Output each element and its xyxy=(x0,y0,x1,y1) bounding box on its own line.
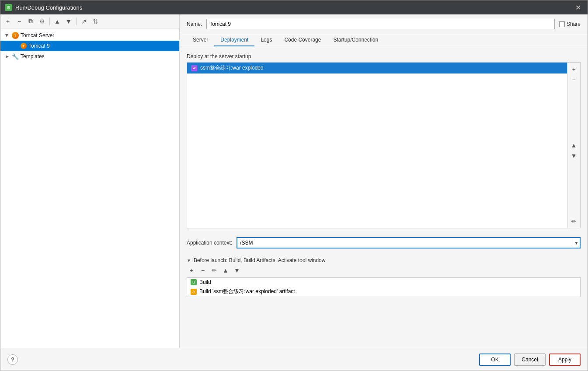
settings-config-button[interactable]: ⚙ xyxy=(37,17,47,26)
deploy-list: W ssm整合练习:war exploded xyxy=(187,63,567,228)
tree-label-tomcat-server: Tomcat Server xyxy=(21,32,54,38)
before-launch-section: ▼ Before launch: Build, Build Artifacts,… xyxy=(187,257,581,297)
deployment-tab-content: Deploy at the server startup W ssm整合练习:w… xyxy=(180,46,588,348)
config-tree: ▶ T Tomcat Server ▶ T Tomcat 9 ▶ 🔧 Templ… xyxy=(0,28,179,348)
before-launch-remove-button[interactable]: − xyxy=(198,266,208,275)
right-panel: Name: Share Server Deployment Logs Code … xyxy=(180,14,588,348)
title-bar-left: ⚙ Run/Debug Configurations xyxy=(5,4,82,11)
dialog-footer: ? OK Cancel Apply xyxy=(0,348,588,371)
tree-item-templates[interactable]: ▶ 🔧 Templates xyxy=(0,51,179,62)
tab-server[interactable]: Server xyxy=(187,34,214,46)
before-launch-edit-button[interactable]: ✏ xyxy=(209,266,219,275)
tree-group-tomcat-server[interactable]: ▶ T Tomcat Server xyxy=(0,30,179,41)
ok-button[interactable]: OK xyxy=(479,354,511,366)
cancel-button[interactable]: Cancel xyxy=(514,354,546,366)
deploy-list-side: + − ▲ ▼ ✏ xyxy=(567,63,580,228)
deploy-section-label: Deploy at the server startup xyxy=(187,53,581,60)
deploy-remove-button[interactable]: − xyxy=(569,75,579,84)
share-area: Share xyxy=(559,21,581,27)
deploy-add-button[interactable]: + xyxy=(569,64,579,74)
tabs-bar: Server Deployment Logs Code Coverage Sta… xyxy=(180,34,588,46)
tree-label-tomcat9: Tomcat 9 xyxy=(28,43,50,49)
toolbar-separator-1 xyxy=(49,18,50,25)
move-to-folder-button[interactable]: ↗ xyxy=(79,17,89,26)
before-launch-item-1[interactable]: A Build 'ssm整合练习:war exploded' artifact xyxy=(187,287,580,297)
remove-config-button[interactable]: − xyxy=(14,17,24,26)
dialog-body: + − ⧉ ⚙ ▲ ▼ ↗ ⇅ ▶ T Tomcat Server xyxy=(0,14,588,348)
war-icon: W xyxy=(191,65,197,71)
before-launch-list: B Build A Build 'ssm整合练习:war exploded' a… xyxy=(187,277,581,297)
before-launch-down-button[interactable]: ▼ xyxy=(232,266,242,275)
name-input[interactable] xyxy=(206,19,555,29)
before-launch-up-button[interactable]: ▲ xyxy=(221,266,230,275)
dialog-title: Run/Debug Configurations xyxy=(15,4,82,11)
tab-logs[interactable]: Logs xyxy=(254,34,278,46)
before-launch-chevron[interactable]: ▼ xyxy=(187,258,191,263)
deploy-item-text-0: ssm整合练习:war exploded xyxy=(200,64,264,72)
before-launch-header: ▼ Before launch: Build, Build Artifacts,… xyxy=(187,257,581,263)
tree-item-tomcat9[interactable]: ▶ T Tomcat 9 xyxy=(0,41,179,51)
before-launch-add-button[interactable]: + xyxy=(187,266,196,275)
move-up-button[interactable]: ▲ xyxy=(52,17,62,26)
copy-config-button[interactable]: ⧉ xyxy=(26,17,35,26)
left-panel: + − ⧉ ⚙ ▲ ▼ ↗ ⇅ ▶ T Tomcat Server xyxy=(0,14,180,348)
tomcat-server-icon: T xyxy=(12,32,19,39)
help-button[interactable]: ? xyxy=(7,354,18,365)
tomcat9-icon: T xyxy=(21,43,27,49)
app-context-dropdown[interactable]: ▼ xyxy=(573,238,580,248)
name-label: Name: xyxy=(187,21,202,27)
title-bar: ⚙ Run/Debug Configurations ✕ xyxy=(0,0,588,14)
app-context-row: Application context: ▼ xyxy=(187,237,581,248)
apply-button[interactable]: Apply xyxy=(549,354,581,366)
chevron-templates: ▶ xyxy=(4,53,10,60)
templates-icon: 🔧 xyxy=(12,53,19,60)
tab-deployment[interactable]: Deployment xyxy=(214,34,254,46)
before-launch-title: Before launch: Build, Build Artifacts, A… xyxy=(194,257,326,263)
add-config-button[interactable]: + xyxy=(3,17,13,26)
dialog-icon: ⚙ xyxy=(5,4,12,11)
tab-code-coverage[interactable]: Code Coverage xyxy=(278,34,327,46)
before-launch-item-label-0: Build xyxy=(199,279,211,285)
app-context-label: Application context: xyxy=(187,240,232,246)
share-label: Share xyxy=(567,21,581,27)
move-down-button[interactable]: ▼ xyxy=(64,17,73,26)
before-launch-item-0[interactable]: B Build xyxy=(187,278,580,287)
before-launch-item-label-1: Build 'ssm整合练习:war exploded' artifact xyxy=(199,288,295,295)
toolbar-separator-2 xyxy=(76,18,77,25)
deploy-edit-button[interactable]: ✏ xyxy=(569,217,579,226)
deploy-up-button[interactable]: ▲ xyxy=(569,140,579,150)
footer-left: ? xyxy=(7,354,18,365)
chevron-tomcat-server: ▶ xyxy=(4,32,10,38)
share-checkbox[interactable] xyxy=(559,21,565,27)
tab-startup-connection[interactable]: Startup/Connection xyxy=(327,34,384,46)
name-row: Name: Share xyxy=(180,14,588,34)
artifact-icon: A xyxy=(191,289,197,295)
deploy-down-button[interactable]: ▼ xyxy=(569,151,579,161)
run-debug-dialog: ⚙ Run/Debug Configurations ✕ + − ⧉ ⚙ ▲ ▼… xyxy=(0,0,588,371)
app-context-input[interactable] xyxy=(237,238,573,248)
deploy-item-icon-0: W xyxy=(191,65,198,72)
sort-button[interactable]: ⇅ xyxy=(90,17,100,26)
before-launch-toolbar: + − ✏ ▲ ▼ xyxy=(187,265,581,276)
footer-right: OK Cancel Apply xyxy=(479,354,581,366)
deploy-section: Deploy at the server startup W ssm整合练习:w… xyxy=(187,53,581,228)
deploy-list-container: W ssm整合练习:war exploded + − ▲ ▼ xyxy=(187,62,581,228)
app-context-wrapper: ▼ xyxy=(237,237,581,248)
deploy-item-0[interactable]: W ssm整合练习:war exploded xyxy=(187,63,567,74)
tree-label-templates: Templates xyxy=(21,53,45,60)
left-toolbar: + − ⧉ ⚙ ▲ ▼ ↗ ⇅ xyxy=(0,14,179,28)
build-icon: B xyxy=(191,279,197,285)
close-button[interactable]: ✕ xyxy=(573,2,583,13)
